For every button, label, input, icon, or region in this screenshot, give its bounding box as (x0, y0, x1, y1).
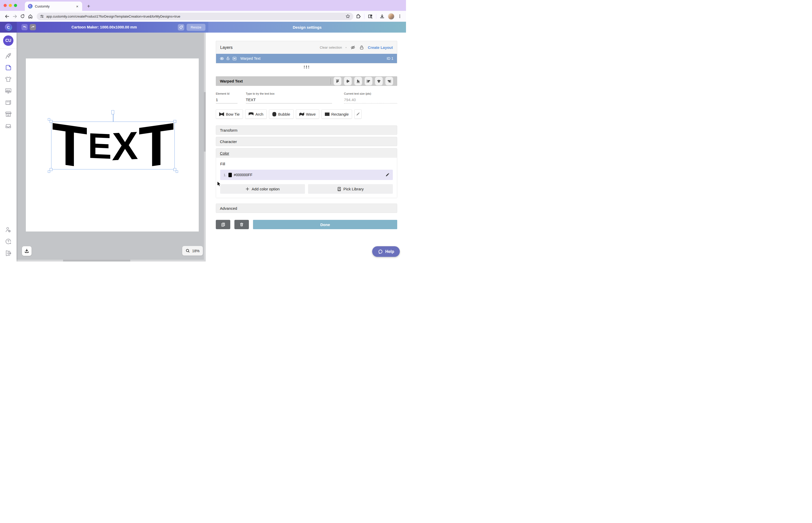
new-tab-button[interactable]: + (85, 2, 93, 10)
warp-arch-button[interactable]: Arch (245, 109, 267, 119)
fill-color-row[interactable]: 1. #000000FF (220, 170, 393, 180)
layer-unlock-icon[interactable] (226, 56, 230, 60)
warp-bowtie-button[interactable]: Bow Tie (216, 109, 243, 119)
my-designs-file-icon[interactable] (3, 62, 14, 73)
app-logo-well: C (0, 22, 17, 33)
account-settings-icon[interactable] (3, 225, 14, 235)
home-icon[interactable] (26, 13, 34, 20)
outer-handle-bottom-right[interactable] (176, 170, 178, 173)
tag-button[interactable] (178, 24, 184, 31)
site-settings-icon[interactable] (40, 14, 44, 18)
custom-warp-edit-button[interactable] (354, 109, 362, 119)
element-id-input[interactable] (216, 95, 238, 104)
shape-label: Wave (306, 112, 316, 116)
add-color-option-button[interactable]: Add color option (220, 184, 305, 194)
rotation-line (113, 114, 113, 122)
profile-avatar[interactable] (388, 13, 394, 20)
shape-label: Bubble (278, 112, 290, 116)
try-text-input[interactable] (246, 95, 332, 104)
shape-label: Bow Tie (226, 112, 240, 116)
launch-rocket-icon[interactable] (3, 51, 14, 61)
design-studio-icon[interactable] (3, 86, 14, 96)
user-avatar[interactable]: CU (3, 35, 14, 46)
warp-bubble-button[interactable]: Bubble (269, 109, 294, 119)
pick-library-button[interactable]: Pick Library (308, 184, 393, 194)
accordion-transform[interactable]: Transform (216, 125, 397, 135)
accordion-advanced[interactable]: Advanced (216, 203, 397, 213)
element-section-header: Warped Text (216, 76, 397, 86)
minimize-window-button[interactable] (9, 4, 12, 7)
outer-handle-bottom-left[interactable] (48, 170, 50, 173)
selection-box[interactable]: T E X T (51, 122, 175, 169)
help-button[interactable]: Help (372, 246, 400, 257)
align-top-button[interactable] (334, 77, 341, 85)
done-button[interactable]: Done (253, 220, 397, 229)
align-vertical-center-button[interactable] (344, 77, 352, 85)
clear-selection-button[interactable]: Clear selection (320, 46, 342, 49)
align-left-button[interactable] (365, 77, 372, 85)
trash-icon (239, 222, 244, 227)
products-tshirt-icon[interactable] (3, 74, 14, 84)
zoom-level: 18% (192, 249, 200, 253)
accordion-label: Character (220, 140, 237, 144)
hide-all-eye-off-icon[interactable] (350, 45, 356, 50)
layer-id-badge: ID 1 (386, 56, 393, 60)
rotation-handle[interactable] (111, 110, 114, 114)
download-canvas-button[interactable] (22, 246, 32, 256)
create-layout-button[interactable]: Create Layout (368, 46, 393, 50)
align-right-button[interactable] (385, 77, 393, 85)
url-bar[interactable]: app.customily.com/createProduct1?forDesi… (37, 13, 353, 20)
duplicate-element-button[interactable] (216, 220, 230, 229)
canvas-area[interactable]: T E X T (17, 33, 206, 262)
layers-drag-handle[interactable] (304, 66, 309, 68)
store-icon[interactable] (3, 109, 14, 119)
edit-color-pencil-icon[interactable] (385, 173, 390, 177)
bookmark-star-icon[interactable] (345, 14, 350, 19)
logout-icon[interactable] (3, 248, 14, 258)
help-label: Help (385, 249, 394, 254)
canvas-vertical-scrollbar[interactable] (204, 33, 206, 262)
redo-button[interactable] (30, 24, 36, 30)
back-icon[interactable] (3, 13, 11, 20)
align-horizontal-center-button[interactable] (375, 77, 383, 85)
menu-kebab-icon[interactable] (398, 14, 402, 18)
lock-all-icon[interactable] (359, 45, 364, 50)
layer-row-warped-text[interactable]: Warped Text ID 1 (216, 54, 397, 63)
zoom-control[interactable]: 18% (182, 246, 203, 255)
tab-close-icon[interactable]: × (75, 4, 80, 8)
warped-text-element[interactable]: T E X T (52, 122, 174, 169)
warp-rectangle-button[interactable]: Rectangle (321, 109, 352, 119)
close-window-button[interactable] (4, 4, 7, 7)
artboard[interactable]: T E X T (26, 58, 199, 232)
accordion-color[interactable]: Color (216, 148, 397, 158)
maximize-window-button[interactable] (14, 4, 17, 7)
downloads-icon[interactable] (380, 14, 384, 19)
templates-card-icon[interactable] (3, 97, 14, 108)
color-swatch[interactable] (228, 173, 232, 177)
undo-button[interactable] (21, 24, 27, 30)
canvas-horizontal-scrollbar[interactable] (17, 260, 206, 262)
browser-tab[interactable]: C Customily × (25, 2, 82, 11)
reload-icon[interactable] (19, 13, 26, 20)
forward-icon[interactable] (11, 13, 19, 20)
window-controls (4, 4, 17, 7)
url-text[interactable]: app.customily.com/createProduct1?forDesi… (46, 15, 343, 18)
panel-actions: Done (216, 220, 397, 229)
button-label: Add color option (252, 187, 280, 191)
outer-handle-top-left[interactable] (48, 118, 50, 121)
chat-bubble-icon (378, 249, 383, 254)
inbox-icon[interactable] (3, 121, 14, 131)
warp-wave-button[interactable]: Wave (296, 109, 319, 119)
help-bubble-icon[interactable] (3, 236, 14, 247)
tab-search-icon[interactable] (368, 14, 373, 19)
delete-element-button[interactable] (234, 220, 249, 229)
align-bottom-button[interactable] (354, 77, 362, 85)
resize-button[interactable]: Resize (187, 24, 205, 31)
layer-name: Warped Text (240, 56, 384, 60)
extensions-icon[interactable] (356, 14, 361, 19)
shape-label: Rectangle (331, 112, 349, 116)
layer-visibility-eye-icon[interactable] (220, 56, 224, 61)
resize-handle-top-right[interactable] (173, 120, 176, 123)
accordion-character[interactable]: Character (216, 137, 397, 146)
customily-logo[interactable]: C (5, 23, 12, 31)
